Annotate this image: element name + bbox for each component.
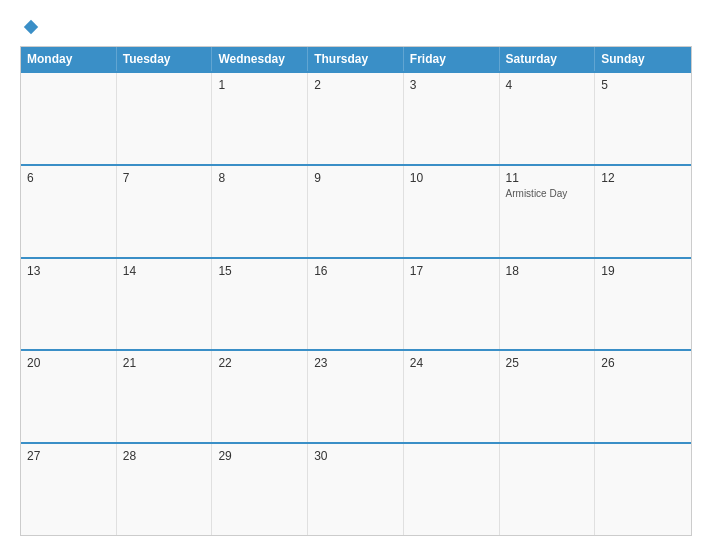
day-number: 16 xyxy=(314,264,397,278)
calendar-cell: 19 xyxy=(595,259,691,350)
day-number: 25 xyxy=(506,356,589,370)
calendar-cell xyxy=(21,73,117,164)
calendar-week-4: 20212223242526 xyxy=(21,349,691,442)
calendar-grid: MondayTuesdayWednesdayThursdayFridaySatu… xyxy=(20,46,692,536)
calendar-cell: 24 xyxy=(404,351,500,442)
header xyxy=(20,18,692,36)
day-number: 23 xyxy=(314,356,397,370)
day-number: 17 xyxy=(410,264,493,278)
calendar-cell: 27 xyxy=(21,444,117,535)
day-header-wednesday: Wednesday xyxy=(212,47,308,71)
day-number: 14 xyxy=(123,264,206,278)
calendar-cell xyxy=(500,444,596,535)
calendar-cell: 8 xyxy=(212,166,308,257)
day-number: 4 xyxy=(506,78,589,92)
calendar-body: 1234567891011Armistice Day12131415161718… xyxy=(21,71,691,535)
calendar-cell xyxy=(117,73,213,164)
day-number: 20 xyxy=(27,356,110,370)
day-number: 12 xyxy=(601,171,685,185)
day-number: 26 xyxy=(601,356,685,370)
calendar-cell: 5 xyxy=(595,73,691,164)
calendar-cell: 11Armistice Day xyxy=(500,166,596,257)
day-number: 6 xyxy=(27,171,110,185)
calendar-cell: 23 xyxy=(308,351,404,442)
calendar-week-3: 13141516171819 xyxy=(21,257,691,350)
day-number: 24 xyxy=(410,356,493,370)
calendar-week-2: 67891011Armistice Day12 xyxy=(21,164,691,257)
day-header-sunday: Sunday xyxy=(595,47,691,71)
calendar-cell: 20 xyxy=(21,351,117,442)
calendar-cell: 16 xyxy=(308,259,404,350)
calendar-cell: 28 xyxy=(117,444,213,535)
logo xyxy=(20,18,40,36)
day-number: 15 xyxy=(218,264,301,278)
day-number: 29 xyxy=(218,449,301,463)
day-header-monday: Monday xyxy=(21,47,117,71)
day-number: 27 xyxy=(27,449,110,463)
day-header-friday: Friday xyxy=(404,47,500,71)
calendar-cell: 26 xyxy=(595,351,691,442)
day-number: 9 xyxy=(314,171,397,185)
calendar-cell: 17 xyxy=(404,259,500,350)
day-number: 22 xyxy=(218,356,301,370)
day-number: 3 xyxy=(410,78,493,92)
calendar-cell: 3 xyxy=(404,73,500,164)
calendar-cell: 14 xyxy=(117,259,213,350)
logo-flag-icon xyxy=(22,18,40,36)
calendar-cell: 2 xyxy=(308,73,404,164)
calendar-cell: 22 xyxy=(212,351,308,442)
day-number: 28 xyxy=(123,449,206,463)
calendar-cell: 25 xyxy=(500,351,596,442)
calendar-cell: 9 xyxy=(308,166,404,257)
day-number: 5 xyxy=(601,78,685,92)
svg-marker-0 xyxy=(24,20,38,34)
day-number: 11 xyxy=(506,171,589,185)
day-number: 18 xyxy=(506,264,589,278)
day-number: 2 xyxy=(314,78,397,92)
calendar-cell: 30 xyxy=(308,444,404,535)
calendar-week-1: 12345 xyxy=(21,71,691,164)
day-number: 7 xyxy=(123,171,206,185)
day-number: 10 xyxy=(410,171,493,185)
calendar-cell: 29 xyxy=(212,444,308,535)
day-header-thursday: Thursday xyxy=(308,47,404,71)
calendar-page: MondayTuesdayWednesdayThursdayFridaySatu… xyxy=(0,0,712,550)
calendar-cell: 4 xyxy=(500,73,596,164)
calendar-cell: 7 xyxy=(117,166,213,257)
calendar-cell: 21 xyxy=(117,351,213,442)
day-number: 19 xyxy=(601,264,685,278)
calendar-cell: 10 xyxy=(404,166,500,257)
calendar-cell: 18 xyxy=(500,259,596,350)
calendar-cell xyxy=(404,444,500,535)
day-number: 8 xyxy=(218,171,301,185)
calendar-cell: 12 xyxy=(595,166,691,257)
calendar-week-5: 27282930 xyxy=(21,442,691,535)
calendar-cell: 6 xyxy=(21,166,117,257)
calendar-cell: 1 xyxy=(212,73,308,164)
event-label: Armistice Day xyxy=(506,188,589,199)
day-header-tuesday: Tuesday xyxy=(117,47,213,71)
day-number: 21 xyxy=(123,356,206,370)
day-number: 30 xyxy=(314,449,397,463)
calendar-cell xyxy=(595,444,691,535)
calendar-cell: 15 xyxy=(212,259,308,350)
day-number: 1 xyxy=(218,78,301,92)
calendar-cell: 13 xyxy=(21,259,117,350)
calendar-header: MondayTuesdayWednesdayThursdayFridaySatu… xyxy=(21,47,691,71)
day-header-saturday: Saturday xyxy=(500,47,596,71)
day-number: 13 xyxy=(27,264,110,278)
